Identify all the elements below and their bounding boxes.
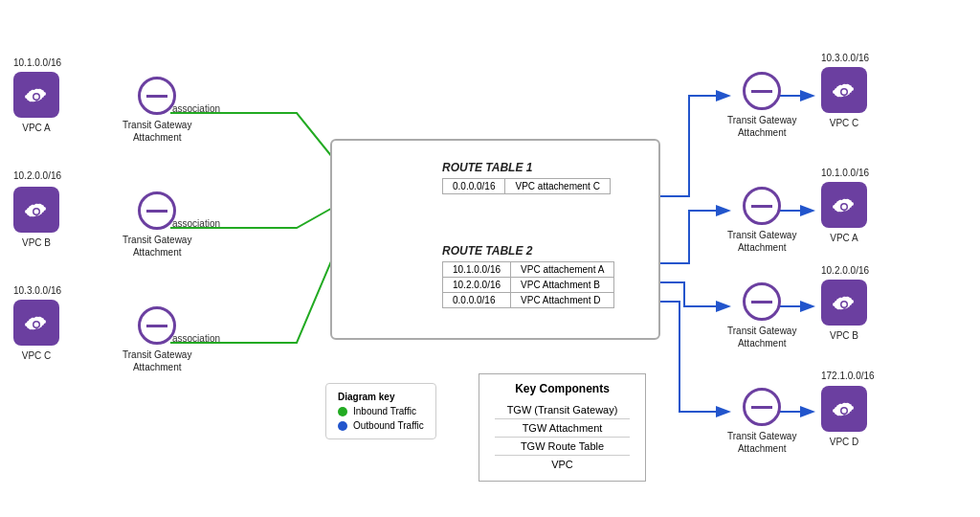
vpc-b-right-node: VPC B: [821, 280, 867, 342]
key-components-title: Key Components: [495, 382, 630, 395]
route-table-2-title: ROUTE TABLE 2: [442, 244, 614, 258]
svg-point-9: [34, 210, 39, 214]
vpc-a-left-node: VPC A: [13, 72, 59, 134]
svg-point-23: [842, 409, 847, 414]
outbound-traffic-label: Outbound Traffic: [353, 420, 424, 431]
vpc-d-right-label: VPC D: [830, 436, 859, 448]
vpc-b-left-label: VPC B: [22, 236, 51, 249]
svg-point-19: [842, 205, 847, 210]
tga-right-d-node: Transit GatewayAttachment: [727, 388, 796, 455]
tga-b-left-label: Transit GatewayAttachment: [122, 234, 191, 258]
tga-right-c-node: Transit GatewayAttachment: [727, 72, 796, 139]
key-component-tgw: TGW (Transit Gateway): [495, 401, 630, 419]
vpc-c-right-label: VPC C: [830, 117, 859, 129]
vpc-a-left-icon: [13, 72, 59, 118]
svg-point-7: [34, 95, 39, 100]
association-c: association: [172, 333, 220, 344]
rt2-cidr-1: 10.1.0.0/16: [443, 262, 511, 278]
vpc-d-right-ip: 172.1.0.0/16: [821, 371, 875, 381]
vpc-b-right-icon: [821, 280, 867, 326]
tga-right-b-icon: [743, 282, 781, 321]
outbound-traffic-dot: [338, 421, 347, 431]
vpc-a-right-ip: 10.1.0.0/16: [821, 168, 869, 178]
vpc-a-left-ip: 10.1.0.0/16: [13, 57, 61, 68]
vpc-d-right-icon: [821, 386, 867, 432]
rt1-target-1: VPC attachement C: [505, 179, 610, 194]
tga-right-a-label: Transit GatewayAttachment: [727, 229, 796, 254]
vpc-d-right-node: VPC D: [821, 386, 867, 448]
tga-right-c-label: Transit GatewayAttachment: [727, 114, 796, 139]
vpc-c-right-ip: 10.3.0.0/16: [821, 53, 869, 63]
vpc-b-right-label: VPC B: [830, 329, 858, 342]
rt2-target-3: VPC Attachment D: [511, 293, 614, 308]
association-b: association: [172, 218, 220, 229]
route-table-2-row-3: 0.0.0.0/16 VPC Attachment D: [443, 293, 614, 308]
key-component-tgw-attachment: TGW Attachment: [495, 419, 630, 438]
rt2-cidr-2: 10.2.0.0/16: [443, 278, 511, 293]
diagram-key-outbound: Outbound Traffic: [338, 420, 424, 431]
vpc-a-right-label: VPC A: [830, 232, 858, 244]
vpc-c-right-icon: [821, 67, 867, 113]
vpc-c-left-node: VPC C: [13, 300, 59, 362]
diagram-key: Diagram key Inbound Traffic Outbound Tra…: [325, 383, 436, 439]
vpc-b-left-node: VPC B: [13, 187, 59, 249]
tga-c-left-label: Transit GatewayAttachment: [122, 348, 191, 373]
route-table-2: ROUTE TABLE 2 10.1.0.0/16 VPC attachemen…: [442, 244, 614, 308]
vpc-b-left-icon: [13, 187, 59, 233]
tga-c-left-icon: [138, 306, 176, 345]
rt2-cidr-3: 0.0.0.0/16: [443, 293, 511, 308]
key-components-box: Key Components TGW (Transit Gateway) TGW…: [479, 373, 646, 482]
route-table-1: ROUTE TABLE 1 0.0.0.0/16 VPC attachement…: [442, 161, 611, 194]
vpc-a-left-label: VPC A: [22, 122, 50, 134]
svg-point-17: [842, 90, 847, 95]
vpc-c-left-label: VPC C: [22, 349, 52, 362]
tga-a-left-icon: [138, 77, 176, 115]
tga-right-b-node: Transit GatewayAttachment: [727, 282, 796, 349]
tga-right-d-label: Transit GatewayAttachment: [727, 430, 796, 455]
key-component-vpc: VPC: [495, 456, 630, 473]
vpc-a-right-node: VPC A: [821, 182, 867, 244]
tga-a-left-label: Transit GatewayAttachment: [122, 119, 191, 144]
vpc-c-right-node: VPC C: [821, 67, 867, 129]
route-table-1-title: ROUTE TABLE 1: [442, 161, 611, 174]
vpc-c-left-ip: 10.3.0.0/16: [13, 285, 61, 296]
inbound-traffic-label: Inbound Traffic: [353, 406, 416, 416]
vpc-a-right-icon: [821, 182, 867, 228]
svg-point-11: [34, 323, 39, 327]
vpc-c-left-icon: [13, 300, 59, 346]
rt2-target-2: VPC Attachment B: [511, 278, 614, 293]
inbound-traffic-dot: [338, 407, 347, 416]
diagram-key-title: Diagram key: [338, 392, 424, 402]
tga-right-a-node: Transit GatewayAttachment: [727, 187, 796, 254]
vpc-b-right-ip: 10.2.0.0/16: [821, 265, 869, 276]
tga-right-a-icon: [743, 187, 781, 225]
rt1-cidr-1: 0.0.0.0/16: [443, 179, 505, 194]
svg-point-21: [842, 303, 847, 307]
key-component-tgw-route: TGW Route Table: [495, 438, 630, 456]
rt2-target-1: VPC attachement A: [511, 262, 614, 278]
tga-b-left-icon: [138, 191, 176, 230]
tga-right-c-icon: [743, 72, 781, 110]
tga-right-b-label: Transit GatewayAttachment: [727, 325, 796, 349]
vpc-b-left-ip: 10.2.0.0/16: [13, 170, 61, 181]
route-table-2-row-1: 10.1.0.0/16 VPC attachement A: [443, 262, 614, 278]
route-table-1-row-1: 0.0.0.0/16 VPC attachement C: [443, 179, 611, 194]
diagram-key-inbound: Inbound Traffic: [338, 406, 424, 416]
association-a: association: [172, 103, 220, 114]
tga-right-d-icon: [743, 388, 781, 426]
route-table-2-row-2: 10.2.0.0/16 VPC Attachment B: [443, 278, 614, 293]
